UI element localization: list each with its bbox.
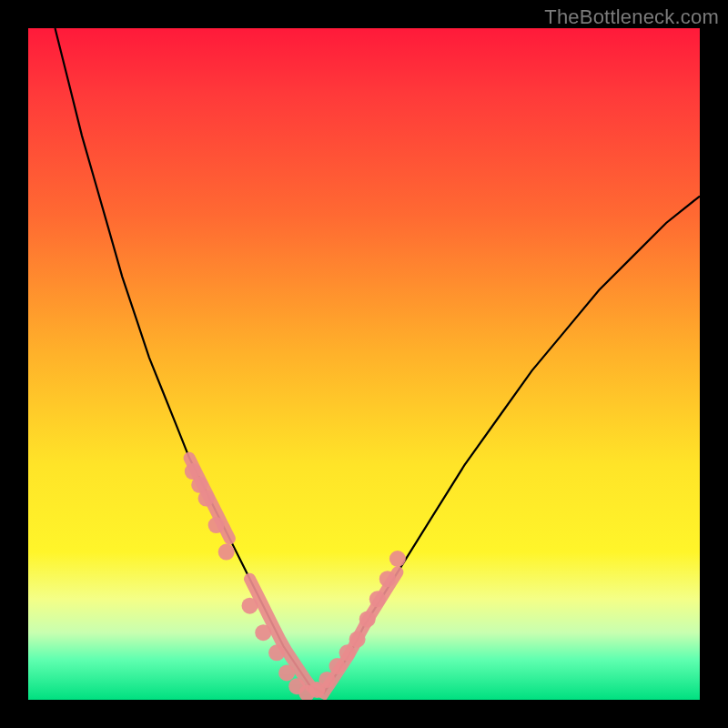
highlight-dot <box>339 644 356 661</box>
highlight-dot <box>242 598 258 614</box>
highlight-dot <box>329 658 346 674</box>
chart-plot-area <box>28 28 700 700</box>
highlight-dot <box>359 611 376 627</box>
highlight-dot <box>208 517 225 533</box>
highlight-dot <box>369 591 386 607</box>
highlight-dot <box>218 544 235 561</box>
highlight-dot <box>349 632 366 648</box>
highlight-dot <box>268 644 285 661</box>
chart-svg <box>28 28 700 700</box>
highlight-dot <box>379 571 396 587</box>
highlight-dot <box>389 551 406 567</box>
highlight-dot <box>255 624 271 641</box>
chart-frame: TheBottleneck.com <box>0 0 728 728</box>
watermark-text: TheBottleneck.com <box>544 5 719 29</box>
highlight-dot <box>198 490 215 507</box>
highlight-dot <box>278 665 295 682</box>
highlight-dot <box>318 672 335 688</box>
